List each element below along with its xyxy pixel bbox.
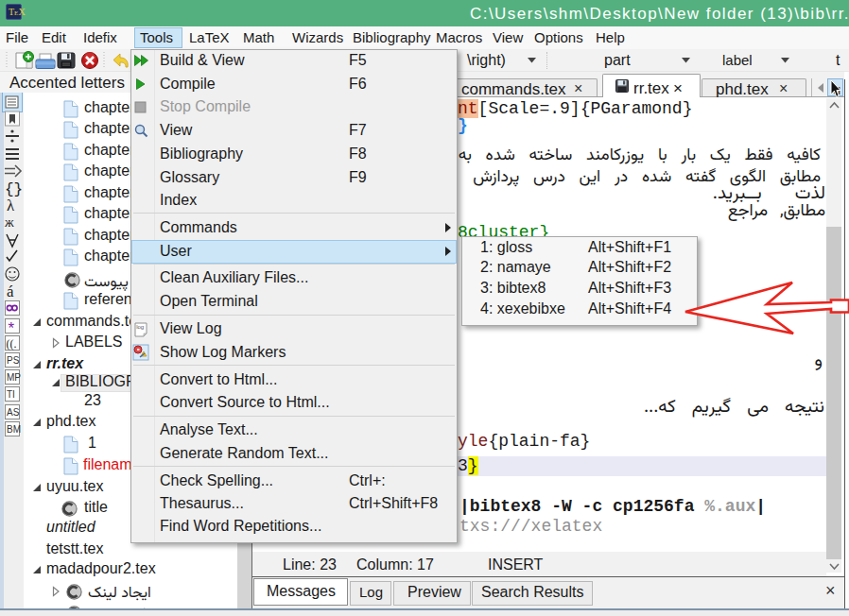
svg-text:PS: PS <box>7 355 20 366</box>
svg-text:λ: λ <box>7 197 15 214</box>
svg-text:AS: AS <box>7 407 20 418</box>
svg-text:MP: MP <box>7 372 21 383</box>
svg-text:TI: TI <box>7 389 15 400</box>
svg-text:((.: ((. <box>7 337 17 351</box>
svg-text:BM: BM <box>7 424 21 435</box>
svg-text:*: * <box>9 319 15 337</box>
svg-text:á: á <box>7 282 14 300</box>
svg-text:log: log <box>136 324 144 330</box>
svg-text:ж: ж <box>4 215 14 230</box>
